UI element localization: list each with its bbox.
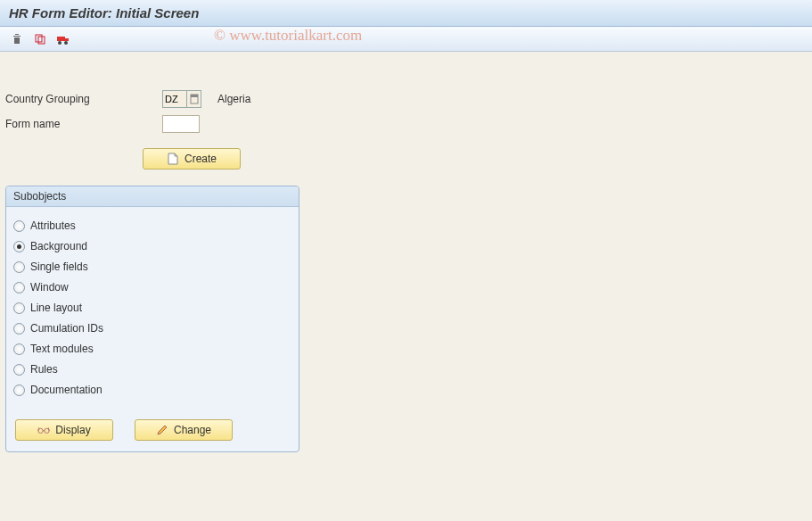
radio-icon: [13, 282, 25, 294]
country-grouping-input[interactable]: [162, 90, 187, 108]
radio-label: Text modules: [30, 343, 94, 355]
radio-option[interactable]: Rules: [13, 360, 291, 378]
radio-option[interactable]: Background: [13, 237, 291, 255]
radio-icon: [13, 261, 25, 273]
country-grouping-row: Country Grouping Algeria: [5, 89, 807, 109]
pencil-icon: [156, 424, 168, 436]
radio-label: Window: [30, 281, 69, 294]
radio-label: Attributes: [30, 219, 76, 232]
radio-label: Background: [30, 240, 87, 252]
glasses-icon: [37, 424, 50, 436]
form-name-row: Form name: [5, 114, 807, 134]
radio-option[interactable]: Cumulation IDs: [13, 319, 291, 337]
radio-label: Cumulation IDs: [30, 322, 103, 335]
country-grouping-text: Algeria: [217, 93, 250, 105]
create-button-label: Create: [185, 153, 217, 165]
radio-label: Line layout: [30, 302, 82, 314]
svg-rect-7: [191, 95, 198, 97]
radio-label: Documentation: [30, 384, 103, 396]
copy-icon[interactable]: [32, 31, 48, 47]
window-title: HR Form Editor: Initial Screen: [0, 0, 812, 27]
radio-icon: [13, 343, 25, 355]
radio-icon: [13, 220, 25, 232]
display-button-label: Display: [55, 424, 90, 436]
svg-rect-3: [65, 38, 69, 41]
form-name-input[interactable]: [162, 115, 200, 133]
subobjects-panel: Subobjects AttributesBackgroundSingle fi…: [5, 186, 299, 452]
form-name-label: Form name: [5, 118, 162, 130]
radio-option[interactable]: Attributes: [13, 217, 291, 235]
radio-icon: [13, 364, 25, 376]
radio-icon: [13, 302, 25, 314]
radio-option[interactable]: Text modules: [13, 340, 291, 358]
radio-option[interactable]: Line layout: [13, 299, 291, 317]
svg-point-4: [58, 41, 62, 45]
svg-point-5: [64, 41, 68, 45]
radio-option[interactable]: Single fields: [13, 258, 291, 276]
svg-rect-2: [57, 37, 65, 41]
toolbar: [0, 27, 812, 52]
display-button[interactable]: Display: [15, 419, 113, 441]
change-button[interactable]: Change: [135, 419, 233, 441]
radio-icon: [13, 385, 25, 396]
radio-icon: [13, 241, 25, 252]
radio-label: Rules: [30, 363, 58, 376]
radio-option[interactable]: Window: [13, 278, 291, 296]
page-icon: [167, 153, 179, 165]
radio-option[interactable]: Documentation: [13, 381, 291, 399]
country-grouping-label: Country Grouping: [5, 93, 162, 105]
create-button[interactable]: Create: [143, 148, 241, 170]
delete-icon[interactable]: [9, 31, 25, 47]
radio-label: Single fields: [30, 260, 88, 273]
f4-help-icon[interactable]: [187, 90, 201, 108]
subobjects-panel-title: Subobjects: [6, 186, 299, 207]
transport-icon[interactable]: [55, 31, 71, 47]
radio-icon: [13, 323, 25, 335]
change-button-label: Change: [174, 424, 211, 436]
